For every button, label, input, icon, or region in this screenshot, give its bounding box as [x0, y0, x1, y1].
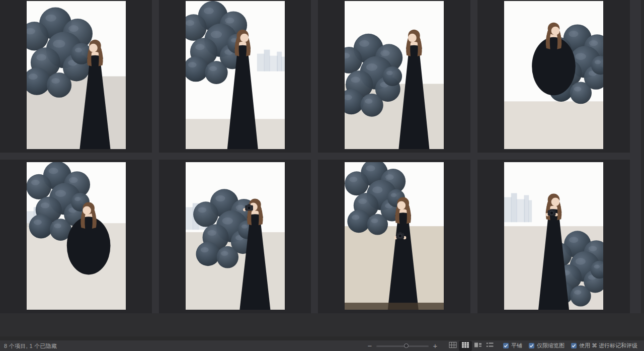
- zoom-in-button[interactable]: +: [432, 342, 439, 349]
- checkbox-label: 仅限缩览图: [537, 342, 565, 349]
- thumbnail-grid: [0, 0, 644, 313]
- photo-cell[interactable]: [0, 0, 152, 153]
- checkbox-icon: [571, 343, 577, 348]
- display-option-2[interactable]: 仅限缩览图: [529, 342, 565, 349]
- photo-thumbnail: [186, 1, 285, 149]
- view-mode-button-grid-view-large[interactable]: [447, 341, 459, 351]
- checkbox-icon: [503, 343, 509, 348]
- display-option-3[interactable]: 使用 ⌘ 进行标记和评级: [571, 342, 637, 349]
- photo-cell[interactable]: [0, 160, 152, 313]
- thumbnail-size-slider[interactable]: [375, 341, 430, 351]
- item-count-label: 8 个项目, 1 个已隐藏: [4, 342, 57, 350]
- view-mode-button-grid-view-small[interactable]: [459, 341, 472, 351]
- scrollbar-track[interactable]: [641, 0, 644, 336]
- checkbox-label: 平铺: [511, 342, 522, 349]
- slider-handle[interactable]: [404, 343, 409, 348]
- photo-thumbnail: [345, 162, 444, 310]
- photo-cell[interactable]: [477, 0, 630, 153]
- photo-cell[interactable]: [477, 160, 630, 313]
- photo-cell[interactable]: [318, 0, 470, 153]
- display-option-1[interactable]: 平铺: [503, 342, 522, 349]
- photo-cell[interactable]: [318, 160, 470, 313]
- photo-cell[interactable]: [159, 0, 311, 153]
- bottom-toolbar: − + 平铺仅限缩览图使用 ⌘ 进行标记和评级: [366, 340, 637, 351]
- view-mode-buttons: [447, 341, 496, 351]
- photo-cell[interactable]: [159, 160, 311, 313]
- slider-track: [376, 345, 429, 347]
- list-view-icon: [486, 341, 494, 350]
- zoom-out-button[interactable]: −: [366, 342, 373, 349]
- content-footer-spacer: [0, 313, 644, 336]
- statusbar-divider: [0, 336, 644, 340]
- status-bar: 8 个项目, 1 个已隐藏 − + 平铺仅限缩览图使用 ⌘ 进行标记和评级: [0, 340, 644, 351]
- photo-thumbnail: [504, 162, 603, 310]
- display-option-checkboxes: 平铺仅限缩览图使用 ⌘ 进行标记和评级: [503, 342, 637, 349]
- photo-thumbnail: [345, 1, 444, 149]
- photo-thumbnail: [27, 162, 126, 310]
- grid-outline-icon: [449, 341, 457, 350]
- photo-thumbnail: [504, 1, 603, 149]
- app-window: 8 个项目, 1 个已隐藏 − + 平铺仅限缩览图使用 ⌘ 进行标记和评级: [0, 0, 644, 351]
- grid-filled-icon: [461, 341, 469, 350]
- checkbox-label: 使用 ⌘ 进行标记和评级: [579, 342, 637, 349]
- detail-view-icon: [474, 341, 482, 350]
- photo-thumbnail: [27, 1, 126, 149]
- view-mode-button-list-view[interactable]: [484, 341, 496, 351]
- view-mode-button-detail-view[interactable]: [472, 341, 484, 351]
- photo-thumbnail: [186, 162, 285, 310]
- checkbox-icon: [529, 343, 534, 348]
